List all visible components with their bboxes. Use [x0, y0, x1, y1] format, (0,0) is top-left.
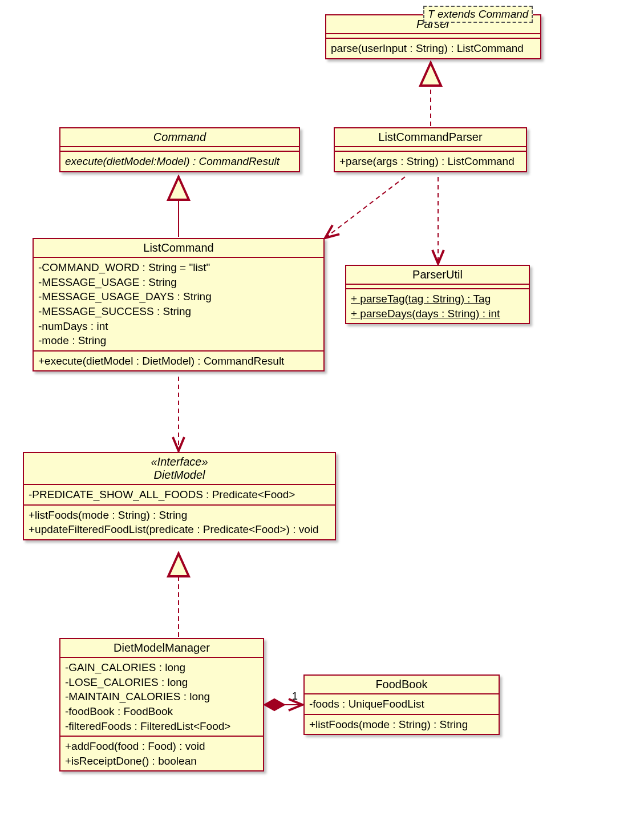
- rel-dependency: [325, 177, 405, 238]
- multiplicity: 1: [292, 690, 298, 702]
- connectors: FoodBook --> 1: [6, 6, 638, 814]
- uml-canvas: Parser parse(userInput : String) : ListC…: [6, 6, 638, 814]
